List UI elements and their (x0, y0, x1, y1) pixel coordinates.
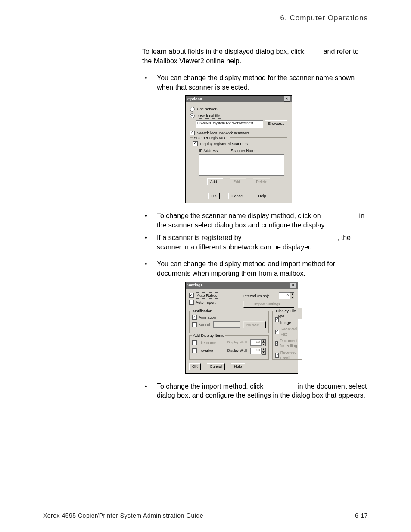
file-name-checkbox[interactable] (192, 340, 197, 345)
display-file-type-legend: Display File Type (275, 308, 302, 319)
scanner-registration-legend: Scanner registration (193, 135, 230, 140)
options-dialog-titlebar: Options × (186, 96, 292, 102)
bullet-3a: If a scanner is registered by (157, 234, 242, 241)
received-fax-checkbox[interactable] (275, 330, 279, 334)
use-network-label: Use network (197, 106, 218, 112)
file-name-width-value[interactable]: 20 (250, 339, 262, 346)
received-fax-label: Received Fax (281, 327, 299, 337)
ok-button[interactable]: OK (208, 193, 220, 199)
scanner-list[interactable] (199, 154, 284, 176)
sound-label: Sound (199, 322, 210, 327)
auto-import-label: Auto Import (196, 300, 216, 305)
help-button[interactable]: Help (231, 363, 245, 370)
bullet-5a: To change the import method, click (157, 383, 263, 390)
close-icon[interactable]: × (290, 283, 296, 288)
ok-button[interactable]: OK (189, 363, 201, 370)
auto-refresh-label: Auto Refresh (196, 292, 221, 299)
location-label: Location (199, 348, 213, 354)
auto-refresh-checkbox[interactable] (189, 293, 194, 298)
arrow-up-icon[interactable]: ▴ (290, 292, 294, 296)
content-area: To learn about fields in the displayed d… (142, 47, 368, 400)
animation-label: Animation (199, 315, 216, 320)
notification-group: Notification Animation Sound Browse... (189, 311, 269, 333)
document-polling-checkbox[interactable] (275, 341, 278, 346)
scanner-registration-group: Scanner registration Display registered … (190, 137, 287, 189)
file-name-label: File Name (199, 340, 216, 345)
sound-browse-button[interactable]: Browse... (243, 321, 266, 328)
import-settings-button[interactable]: Import Settings... (243, 301, 294, 308)
edit-button[interactable]: Edit... (230, 178, 246, 185)
interval-label: Interval (mins): (243, 293, 269, 299)
display-width-label-1: Display Width (227, 340, 249, 345)
close-icon[interactable]: × (284, 96, 290, 102)
bullet-1-text: You can change the display method for th… (157, 73, 368, 92)
bullet-4-text: You can change the display method and im… (157, 259, 368, 278)
use-local-file-label: Use local file (197, 113, 221, 119)
sound-path-input[interactable] (213, 321, 240, 328)
display-registered-label: Display registered scanners (200, 141, 248, 146)
local-file-path-input[interactable]: C:\WINNT\system32\drivers\etc\host (196, 120, 263, 128)
sound-checkbox[interactable] (192, 322, 197, 327)
add-display-items-group: Add Display Items File Name Display Widt… (189, 335, 269, 360)
arrow-up-icon[interactable]: ▴ (262, 348, 266, 351)
bullet-3: • If a scanner is registered by , the sc… (142, 233, 368, 252)
received-email-checkbox[interactable] (275, 353, 279, 358)
footer-left: Xerox 4595 Copier/Printer System Adminis… (43, 512, 203, 519)
bullet-dot: • (142, 382, 157, 400)
add-button[interactable]: Add... (207, 178, 224, 185)
bullet-dot: • (142, 73, 157, 92)
help-button[interactable]: Help (255, 193, 269, 199)
bullet-dot: • (142, 211, 157, 230)
bullet-dot: • (142, 259, 157, 278)
interval-spinner[interactable]: 5 ▴▾ (279, 292, 294, 299)
animation-checkbox[interactable] (192, 315, 197, 320)
cancel-button[interactable]: Cancel (228, 193, 246, 199)
use-local-file-radio[interactable] (190, 113, 195, 118)
footer-right: 6-17 (355, 512, 368, 519)
notification-legend: Notification (192, 308, 213, 314)
file-name-width-spinner[interactable]: 20 ▴▾ (250, 339, 266, 346)
interval-value[interactable]: 5 (279, 292, 290, 299)
auto-import-checkbox[interactable] (189, 300, 194, 305)
settings-dialog: Settings × Auto Refresh Auto Import (185, 282, 298, 374)
search-local-checkbox[interactable] (190, 131, 195, 135)
location-width-value[interactable]: 20 (250, 348, 262, 354)
display-width-label-2: Display Width (227, 348, 249, 353)
page-header: 6. Computer Operations (43, 14, 368, 25)
arrow-down-icon[interactable]: ▾ (262, 351, 266, 355)
intro-paragraph: To learn about fields in the displayed d… (142, 47, 368, 65)
browse-button[interactable]: Browse... (265, 120, 287, 127)
bullet-dot: • (142, 233, 157, 252)
options-dialog: Options × Use network Use local file C:\… (185, 95, 292, 203)
received-email-label: Received Email (280, 350, 299, 360)
cancel-button[interactable]: Cancel (207, 363, 225, 370)
page-footer: Xerox 4595 Copier/Printer System Adminis… (43, 512, 368, 519)
bullet-2: • To change the scanner name display met… (142, 211, 368, 230)
location-width-spinner[interactable]: 20 ▴▾ (250, 348, 266, 355)
scanned-image-checkbox[interactable] (275, 317, 279, 322)
options-dialog-title: Options (187, 96, 202, 102)
col-name: Scanner Name (230, 148, 256, 153)
add-display-items-legend: Add Display Items (192, 333, 225, 338)
document-polling-label: Document for Polling (280, 338, 299, 348)
bullet-2a: To change the scanner name display metho… (157, 212, 321, 219)
display-file-type-group: Display File Type Scanned Image Received… (272, 311, 302, 360)
arrow-down-icon[interactable]: ▾ (290, 296, 294, 299)
col-ip: IP Address (199, 148, 218, 153)
arrow-down-icon[interactable]: ▾ (262, 343, 266, 346)
delete-button[interactable]: Delete (253, 178, 270, 185)
location-checkbox[interactable] (192, 348, 197, 353)
settings-dialog-titlebar: Settings × (186, 282, 298, 289)
settings-dialog-title: Settings (187, 283, 203, 288)
options-dialog-figure: Options × Use network Use local file C:\… (185, 95, 368, 203)
bullet-4: • You can change the display method and … (142, 259, 368, 278)
settings-dialog-figure: Settings × Auto Refresh Auto Import (185, 282, 368, 374)
display-registered-checkbox[interactable] (193, 141, 198, 146)
use-network-radio[interactable] (190, 107, 195, 112)
intro-line1: To learn about fields in the displayed d… (142, 48, 304, 55)
arrow-up-icon[interactable]: ▴ (262, 339, 266, 343)
bullet-1: • You can change the display method for … (142, 73, 368, 92)
header-rule (43, 25, 368, 25)
bullet-5: • To change the import method, click in … (142, 382, 368, 400)
